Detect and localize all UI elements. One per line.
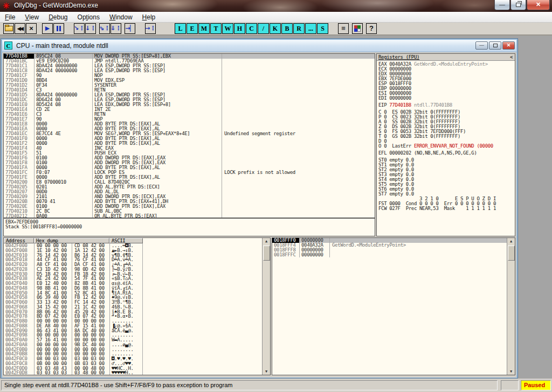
step-into-button[interactable]: ↘⋮ [74,23,85,34]
stack-row[interactable]: 0018FFF4 0040A32A GetWordD.<ModuleEntryP… [272,243,507,248]
disasm-row[interactable]: 77D401F4 40 INC EAX [4,146,375,151]
eip-line[interactable]: EIP 77D401B8 ntdll.77D401B8 [377,103,515,108]
fst-line[interactable]: FST 0000 Cond 0 0 0 0 Err 0 0 0 0 0 0 0 … [377,201,515,206]
disasm-row[interactable]: 77D401D0 8BD4 MOV EDX,ESP [4,78,375,83]
disasm-row[interactable]: 77D401D4 C3 RETN [4,88,375,93]
restart-button[interactable]: ◀◀ [15,23,25,34]
disasm-row[interactable]: 77D401EA 0000 ADD BYTE PTR DS:[EAX],AL [4,127,375,131]
scroll-down-icon[interactable]: ▼ [263,369,270,374]
disasm-row[interactable]: 77D401E4 CD 2E INT 2E [4,107,375,112]
flag-line[interactable]: C 0 ES 002B 32bit 0(FFFFFFFF) [377,110,515,115]
disasm-row[interactable]: 77D401F5 51 PUSH ECX [4,151,375,156]
disasm-row[interactable]: 77D401F2 0000 ADD BYTE PTR DS:[EAX],AL [4,141,375,146]
stack-row[interactable]: 0018FFF8 00000000 [272,248,507,253]
cpu-minimize-button[interactable]: — [475,41,488,50]
hexdump-row[interactable]: 0042F098 00 00 00 00 00 00 00 00 .......… [4,333,262,338]
cpu-close-button[interactable]: ✕ [502,41,515,50]
flag-line[interactable]: D 0 [377,139,515,144]
minimize-button[interactable]: — [494,0,510,10]
hexdump-scrollbar[interactable]: ▲ ▼ [262,238,270,375]
pause-button[interactable] [53,23,64,34]
execute-till-return-button[interactable]: →▏ [125,23,135,34]
hexdump-row[interactable]: 0042F078 BD 07 42 00 E0 07 42 00 ╜•B.α•B… [4,314,262,319]
disasm-row[interactable]: 77D401CF 90 NOP [4,73,375,78]
close-program-button[interactable]: × [26,23,37,34]
viewer-window-button[interactable]: L [175,23,186,34]
menu-item[interactable]: Help [137,12,161,22]
hexdump-row[interactable]: 0042F0C0 08 00 03 00 03 00 03 00 ◘.♥.♥.♥… [4,356,262,361]
register-line[interactable]: ECX 00000000 [377,67,515,72]
hexdump-header-hex[interactable]: Hex dump [34,238,109,243]
viewer-window-button[interactable]: H [234,23,245,34]
hexdump-row[interactable]: 0042F090 86 43 41 00 8A DC 40 00 åCA.è▄@… [4,328,262,333]
fcw-line[interactable]: FCW 027F Prec NEAR,53 Mask 1 1 1 1 1 1 [377,206,515,211]
menu-item[interactable]: Options [73,12,105,22]
disasm-row[interactable]: 77D401F8 0100 ADD DWORD PTR DS:[EAX],EAX [4,160,375,165]
hexdump-row[interactable]: 0042F010 76 14 42 00 B6 14 42 00 v¶B.╢¶B… [4,253,262,258]
lasterr-line[interactable]: O 0 LastErr ERROR_ENVVAR_NOT_FOUND (0000… [377,144,515,149]
viewer-window-button[interactable]: M [198,23,210,34]
fpu-register-line[interactable]: ST3 empty 0.0 [377,172,515,177]
scrollbar-thumb[interactable] [508,246,515,261]
hexdump-row[interactable]: 0042F030 D5 1B 42 00 FB 1B 42 00 ╒←B.√←B… [4,272,262,277]
efl-line[interactable]: EFL 00000202 (NO,NB,NE,A,NS,PO,GE,G) [377,151,515,156]
hexdump-row[interactable]: 0042F048 98 8B 41 00 D6 8B 41 00 ÿïA.╓ïA… [4,286,262,291]
cpu-restore-button[interactable] [489,41,501,50]
scroll-up-icon[interactable]: ▲ [507,239,515,244]
disasm-row[interactable]: 77D401DC 8D6424 00 LEA ESP,DWORD PTR SS:… [4,97,375,102]
disasm-row[interactable]: 77D40210 2C BC SUB AL,0BC [4,209,375,214]
hexdump-row[interactable]: 0042F088 DE A8 40 00 AF 15 41 00 ▐¿@.»§A… [4,324,262,328]
disasm-row[interactable]: 77D4020E 0100 ADD DWORD PTR DS:[EAX],EAX [4,204,375,209]
viewer-window-button[interactable]: T [210,23,222,34]
menu-item[interactable]: View [20,12,44,22]
open-file-button[interactable] [3,23,14,34]
hexdump-row[interactable]: 0042F0B8 00 00 00 00 00 00 00 00 .......… [4,352,262,356]
hexdump-row[interactable]: 0042F058 06 39 40 00 FB 12 42 00 ♠9@.√↕B… [4,295,262,300]
disasm-row[interactable]: 77D4020B 0070 41 ADD BYTE PTR DS:[EAX+41… [4,199,375,204]
viewer-window-button[interactable]: C [246,23,257,34]
cpu-titlebar[interactable]: C CPU - main thread, module ntdll — ✕ [2,40,516,52]
hexdump-row[interactable]: 0042F050 14 8C 41 00 52 8C 41 00 ¶îA.RîA… [4,291,262,296]
viewer-window-button[interactable]: W [222,23,233,34]
hexdump-row[interactable]: 0042F000 00 00 00 00 CD 08 42 00 ....═◘B… [4,243,262,248]
scrollbar-thumb[interactable] [263,246,270,261]
hexdump-row[interactable]: 0042F0B0 00 00 00 00 00 00 00 00 .......… [4,347,262,352]
hexdump-row[interactable]: 0042F070 8B 06 42 00 45 20 42 00 ï♠B.E B… [4,310,262,314]
viewer-window-button[interactable]: ... [305,23,316,34]
animate-into-button[interactable]: ⇘⋮ [99,23,110,34]
stack-row[interactable]: 0018FFF0 00000000 [272,238,507,243]
hexdump-row[interactable]: 0042F0A0 57 16 41 00 00 00 00 00 W▬A....… [4,338,262,342]
disasm-row[interactable]: 77D401EC 8E7CC4 4E MOV SEG?,WORD PTR SS:… [4,131,375,136]
fpu-register-line[interactable]: ST5 empty 0.0 [377,182,515,187]
register-line[interactable]: ESI 00000000 [377,91,515,96]
appearance-button[interactable] [352,23,363,34]
disassembly-pane[interactable]: 77D401B8 895C24 08 MOV DWORD PTR SS:[ESP… [3,53,375,218]
disasm-row[interactable]: 77D401D5 8DA424 00000000 LEA ESP,DWORD P… [4,93,375,97]
flag-line[interactable]: A 0 SS 002B 32bit 0(FFFFFFFF) [377,120,515,124]
disasm-row[interactable]: 77D401F6 0100 ADD DWORD PTR DS:[EAX],EAX [4,156,375,160]
register-line[interactable]: EDX 00000000 [377,72,515,76]
windows-list-button[interactable]: ≡ [338,23,349,34]
hexdump-row[interactable]: 0042F0D0 03 03 48 43 00 00 48 00 ♥♥HC..H… [4,366,262,371]
stack-pane[interactable]: 0018FFF0 00000000 0018FFF4 0040A32A GetW… [272,237,515,375]
viewer-window-button[interactable]: E [187,23,198,34]
flag-line[interactable]: P 0 CS 0023 32bit 0(FFFFFFFF) [377,115,515,120]
menu-item[interactable]: File [0,12,20,22]
step-over-button[interactable]: ↓⋮ [85,23,96,34]
help-button[interactable]: ? [366,23,377,34]
hexdump-row[interactable]: 0042F0A8 00 00 00 00 9B DC 40 00 ....ø▄@… [4,342,262,347]
hexdump-row[interactable]: 0042F040 E0 12 40 00 82 8B 41 00 α↕@.éïA… [4,281,262,286]
menu-item[interactable]: Debug [44,12,72,22]
viewer-window-button[interactable]: / [258,23,269,34]
hexdump-header-ascii[interactable]: ASCII [109,238,143,243]
fpu-register-line[interactable]: ST2 empty 0.0 [377,167,515,172]
disasm-row[interactable]: 77D40209 2101 AND DWORD PTR DS:[ECX],EAX [4,194,375,199]
hexdump-row[interactable]: 0042F060 33 13 42 00 FC 14 42 00 3‼B.ⁿ¶B… [4,300,262,305]
scroll-up-icon[interactable]: ▲ [263,239,270,244]
register-line[interactable]: ESP 0018FFF0 [377,81,515,86]
flag-line[interactable]: Z 0 DS 002B 32bit 0(FFFFFFFF) [377,124,515,129]
info-pane[interactable]: EBX=7EFDE000Stack SS:[0018FFF8]=00000000 [3,218,375,236]
disasm-row[interactable]: 77D401E0 8D5424 08 LEA EDX,DWORD PTR SS:… [4,102,375,107]
register-line[interactable]: EDI 00000000 [377,96,515,101]
disasm-row[interactable]: 77D401BC ∨E9 E99C0200 JMP ntdll.77D69EAA [4,59,375,64]
